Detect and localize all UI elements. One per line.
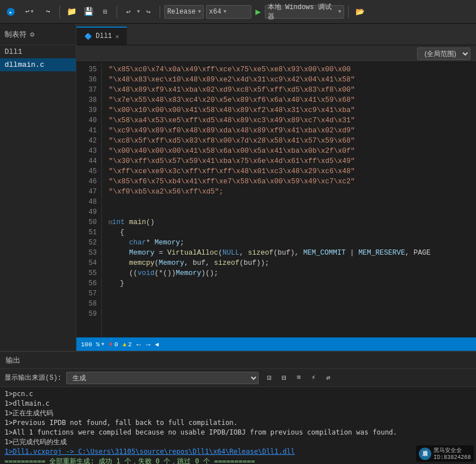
- undo-area[interactable]: ↩ ▼: [20, 5, 38, 19]
- code-line-55: ((void(*())Memory)();: [109, 268, 476, 278]
- main-layout: 制表符 ⚙ Dll1 dllmain.c 🔷 Dll1 ✕ (全局范围): [0, 24, 476, 351]
- save-btn[interactable]: 💾: [81, 5, 96, 19]
- output-line-3: 1>正在生成代码: [5, 409, 471, 418]
- output-panel: 输出 显示输出来源(S): 生成 ⊡ ⊟ ≡ ⚡ ⇄ 1>pcn.c 1>dll…: [0, 351, 476, 464]
- zoom-arrow[interactable]: ▼: [101, 342, 104, 347]
- ln-42: 42: [76, 136, 101, 146]
- code-line-38: "\x7e\x55\x48\x83\xc4\x20\x5e\x89\xf6\x6…: [109, 95, 476, 105]
- sidebar-item-dllmain[interactable]: dllmain.c: [0, 58, 76, 71]
- code-line-54: memcpy(Memory, buf, sizeof(buf));: [109, 258, 476, 268]
- tab-close-btn[interactable]: ✕: [115, 33, 119, 40]
- sep4: [348, 6, 349, 18]
- nav-back-btn[interactable]: ←: [136, 340, 141, 349]
- menu-btn[interactable]: ▸: [3, 5, 18, 19]
- tab-icon: 🔷: [84, 33, 92, 40]
- output-btn2[interactable]: ⊟: [278, 372, 290, 384]
- code-line-47: "\xf0\xb5\xa2\x56\xff\xd5";: [109, 187, 476, 197]
- tab-label: Dll1: [96, 32, 112, 40]
- sep2: [117, 6, 117, 18]
- ln-44: 44: [76, 156, 101, 166]
- platform-dropdown[interactable]: x64 ▼: [206, 5, 251, 19]
- ln-52: 52: [76, 238, 101, 248]
- open-file-btn[interactable]: 📁: [64, 5, 79, 19]
- scope-dropdown[interactable]: (全局范围): [417, 48, 470, 60]
- ln-55: 55: [76, 268, 101, 278]
- ln-58: 58: [76, 299, 101, 309]
- code-line-57: [109, 289, 476, 299]
- code-line-51: {: [109, 227, 476, 238]
- settings-icon[interactable]: ⚙: [30, 30, 35, 39]
- watermark-id: ID:83824268: [434, 454, 471, 461]
- error-status: ✖ 0: [109, 341, 118, 348]
- sidebar-item-dll1[interactable]: Dll1: [0, 45, 76, 58]
- sidebar-header: 制表符 ⚙: [0, 24, 76, 45]
- undo-dropdown[interactable]: ▼: [137, 9, 140, 15]
- ln-56: 56: [76, 278, 101, 289]
- platform-arrow: ▼: [224, 9, 226, 15]
- editor-tab-dll1[interactable]: 🔷 Dll1 ✕: [76, 27, 127, 45]
- output-btn3[interactable]: ≡: [293, 372, 305, 384]
- ln-54: 54: [76, 258, 101, 268]
- ln-49: 49: [76, 207, 101, 217]
- code-line-41: "\xc9\x49\x89\xf0\x48\x89\xda\x48\x89\xf…: [109, 126, 476, 136]
- output-btn1[interactable]: ⊡: [263, 372, 276, 384]
- platform-label: x64: [209, 8, 221, 16]
- ln-40: 40: [76, 115, 101, 126]
- ln-39: 39: [76, 105, 101, 115]
- ln-36: 36: [76, 75, 101, 85]
- output-title: 输出: [6, 355, 20, 366]
- watermark-brand: 黑马安全全: [434, 446, 471, 454]
- code-line-43: "\x00\x40\x00\x00\x41\x58\x6a\x00\x5a\x4…: [109, 146, 476, 156]
- ln-45: 45: [76, 166, 101, 177]
- code-line-45: "\xff\xce\xe9\x3c\xff\xff\xff\x48\x01\xc…: [109, 166, 476, 177]
- ln-46: 46: [76, 177, 101, 187]
- ln-51: 51: [76, 227, 101, 238]
- solution-explorer-btn[interactable]: 📂: [353, 5, 367, 19]
- ln-38: 38: [76, 95, 101, 105]
- output-line-6: 1>已完成代码的生成: [5, 437, 471, 447]
- save-all-btn[interactable]: ⊞: [98, 5, 113, 19]
- output-btn5[interactable]: ⇄: [322, 372, 335, 384]
- build-config-label: Release: [167, 8, 195, 16]
- nav-collapse-btn[interactable]: ◀: [155, 341, 159, 348]
- debug-dropdown[interactable]: 本地 Windows 调试器 ▼: [265, 5, 344, 19]
- redo-btn[interactable]: ↪: [41, 5, 55, 19]
- code-line-50: ⊟int main(): [109, 217, 476, 227]
- ln-47: 47: [76, 187, 101, 197]
- output-source-label: 显示输出来源(S):: [5, 373, 62, 383]
- ln-59: 59: [76, 309, 101, 319]
- ln-50: 50: [76, 217, 101, 227]
- ln-48: 48: [76, 197, 101, 207]
- code-line-53: Memory = VirtualAlloc(NULL, sizeof(buf),…: [109, 248, 476, 258]
- code-editor[interactable]: "\x85\xc0\x74\x0a\x49\xff\xce\x75\xe5\xe…: [102, 62, 476, 337]
- undo-btn[interactable]: ↩: [121, 5, 136, 19]
- output-line-5: 1>All 1 functions were compiled because …: [5, 428, 471, 437]
- error-icon: ✖: [109, 341, 113, 348]
- ln-35: 35: [76, 65, 101, 75]
- scope-bar: (全局范围): [76, 45, 476, 62]
- code-line-39: "\x00\x10\x00\x00\x41\x58\x48\x89\xf2\x4…: [109, 105, 476, 115]
- play-btn[interactable]: ▶: [255, 6, 261, 18]
- redo-btn2[interactable]: ↪: [141, 5, 156, 19]
- code-line-40: "\x58\xa4\x53\xe5\xff\xd5\x48\x89\xc3\x4…: [109, 115, 476, 126]
- code-line-59: [109, 309, 476, 319]
- ln-37: 37: [76, 85, 101, 95]
- warning-count: 2: [128, 341, 132, 348]
- code-line-49: [109, 207, 476, 217]
- sidebar-title: 制表符: [5, 29, 27, 40]
- debug-arrow: ▼: [338, 9, 341, 15]
- output-line-4: 1>Previous IPDB not found, fall back to …: [5, 418, 471, 428]
- build-config-dropdown[interactable]: Release ▼: [164, 5, 204, 19]
- error-count: 0: [114, 341, 118, 348]
- code-line-52: char* Memory;: [109, 238, 476, 248]
- warning-icon: ▲: [123, 341, 127, 348]
- nav-fwd-btn[interactable]: →: [145, 340, 150, 349]
- output-line-7[interactable]: 1>Dll1.vcxproj -> C:\Users\31105\source\…: [5, 447, 471, 457]
- output-btn4[interactable]: ⚡: [307, 372, 320, 384]
- output-source-dropdown[interactable]: 生成: [66, 372, 259, 384]
- output-toolbar: 显示输出来源(S): 生成 ⊡ ⊟ ≡ ⚡ ⇄: [0, 369, 476, 387]
- watermark-logo-text: 盾: [422, 450, 428, 458]
- ln-43: 43: [76, 146, 101, 156]
- build-config-arrow: ▼: [198, 9, 201, 15]
- code-line-56: }: [109, 278, 476, 289]
